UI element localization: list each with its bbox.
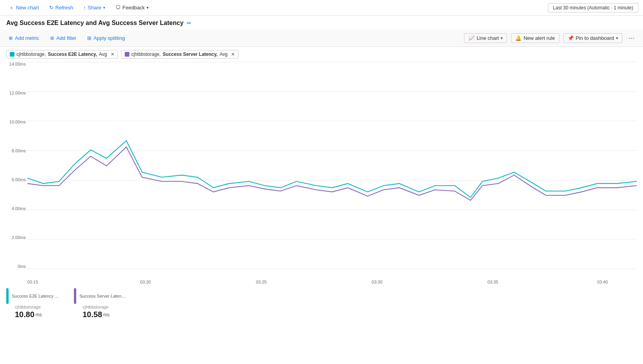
metrics-left: ⊕ Add metric ⊛ Add filter ⊞ Apply splitt… xyxy=(6,34,127,43)
legend-area: Success E2E Latency ... cjhtbbstorage 10… xyxy=(0,284,643,321)
new-chart-label: New chart xyxy=(16,5,39,11)
y-label: 14.00ms xyxy=(6,62,26,66)
tag-source: cjhtbbstorage, xyxy=(16,52,46,57)
chevron-down-icon: ▾ xyxy=(103,5,105,10)
metrics-toolbar: ⊕ Add metric ⊛ Add filter ⊞ Apply splitt… xyxy=(0,30,643,47)
metric-tag: cjhtbbstorage, Success E2E Latency, Avg … xyxy=(6,50,118,59)
add-filter-label: Add filter xyxy=(56,35,76,41)
y-label: 6.00ms xyxy=(6,177,26,182)
alert-icon: 🔔 xyxy=(515,35,521,41)
new-chart-button[interactable]: ＋ New chart xyxy=(5,2,43,13)
tag-metric-name: Success E2E Latency, xyxy=(48,52,97,57)
x-label: 03:20 xyxy=(140,280,151,284)
chevron-down-icon: ▾ xyxy=(147,5,149,10)
refresh-icon: ↻ xyxy=(49,5,54,11)
time-range-button[interactable]: Last 30 minutes (Automatic · 1 minute) xyxy=(548,3,638,12)
share-button[interactable]: ↑ Share ▾ xyxy=(79,3,109,12)
chevron-down-icon: ▾ xyxy=(616,36,618,40)
y-label: 12.00ms xyxy=(6,91,26,95)
line-chart-button[interactable]: 📈 Line chart ▾ xyxy=(464,33,507,43)
tag-suffix: Avg xyxy=(220,52,227,57)
tag-remove-button[interactable]: ✕ xyxy=(111,52,115,57)
pin-to-dashboard-label: Pin to dashboard xyxy=(576,35,614,41)
legend-value-row: 10.80 ms xyxy=(6,310,58,319)
legend-name: Success E2E Latency ... xyxy=(12,294,58,298)
legend-color-bar xyxy=(6,288,9,304)
x-label: 03:25 xyxy=(256,280,267,284)
legend-unit: ms xyxy=(103,312,109,318)
legend-item: Success E2E Latency ... cjhtbbstorage 10… xyxy=(6,288,58,319)
pin-to-dashboard-button[interactable]: 📌 Pin to dashboard ▾ xyxy=(563,33,622,43)
y-axis: 14.00ms 12.00ms 10.00ms 8.00ms 6.00ms 4.… xyxy=(6,62,26,269)
tag-remove-button[interactable]: ✕ xyxy=(231,52,235,57)
y-label: 10.00ms xyxy=(6,120,26,124)
legend-source: cjhtbbstorage xyxy=(82,305,108,309)
tag-color-indicator xyxy=(10,52,14,57)
new-alert-rule-label: New alert rule xyxy=(523,35,555,41)
legend-row: Success E2E Latency ... xyxy=(6,288,58,304)
add-metric-label: Add metric xyxy=(15,35,39,41)
y-label: 0ms xyxy=(6,264,26,269)
apply-splitting-button[interactable]: ⊞ Apply splitting xyxy=(85,34,127,43)
legend-source: cjhtbbstorage xyxy=(15,305,41,309)
pin-icon: 📌 xyxy=(568,35,574,41)
metric-tags-row: cjhtbbstorage, Success E2E Latency, Avg … xyxy=(0,47,643,62)
share-icon: ↑ xyxy=(83,5,86,11)
x-axis: 03:15 03:20 03:25 03:30 03:35 03:40 xyxy=(27,270,637,284)
more-options-button[interactable]: ··· xyxy=(626,32,637,44)
legend-row: Success Server Laten... xyxy=(74,288,125,304)
server-latency-line xyxy=(27,147,637,200)
legend-source-row: cjhtbbstorage xyxy=(6,305,58,309)
splitting-icon: ⊞ xyxy=(87,35,91,41)
tag-color-indicator xyxy=(125,52,129,57)
y-label: 2.00ms xyxy=(6,235,26,240)
feedback-label: Feedback xyxy=(122,5,145,11)
metrics-right: 📈 Line chart ▾ 🔔 New alert rule 📌 Pin to… xyxy=(464,32,637,44)
page-title: Avg Success E2E Latency and Avg Success … xyxy=(6,20,184,27)
legend-value: 10.80 xyxy=(15,310,34,319)
feedback-button[interactable]: 🗨 Feedback ▾ xyxy=(111,3,153,12)
filter-icon: ⊛ xyxy=(50,35,54,41)
chart-svg xyxy=(27,62,637,284)
time-range-label: Last 30 minutes (Automatic · 1 minute) xyxy=(553,5,633,11)
chevron-down-icon: ▾ xyxy=(501,36,503,40)
legend-unit: ms xyxy=(36,312,42,318)
tag-metric-name: Success Server Latency, xyxy=(163,52,218,57)
add-metric-icon: ⊕ xyxy=(9,35,13,41)
metric-tag: cjhtbbstorage, Success Server Latency, A… xyxy=(121,50,238,59)
legend-value: 10.58 xyxy=(82,310,102,319)
line-chart-label: Line chart xyxy=(476,35,499,41)
toolbar: ＋ New chart ↻ Refresh ↑ Share ▾ 🗨 Feedba… xyxy=(0,0,643,16)
x-label: 03:35 xyxy=(487,280,498,284)
x-label: 03:40 xyxy=(597,280,608,284)
plus-icon: ＋ xyxy=(9,4,14,11)
legend-source-row: cjhtbbstorage xyxy=(74,305,125,309)
e2e-latency-line xyxy=(27,141,637,197)
legend-item: Success Server Laten... cjhtbbstorage 10… xyxy=(74,288,125,319)
add-filter-button[interactable]: ⊛ Add filter xyxy=(48,34,79,43)
edit-title-icon[interactable]: ✏ xyxy=(187,20,192,26)
y-label: 8.00ms xyxy=(6,148,26,153)
refresh-label: Refresh xyxy=(56,5,73,11)
new-alert-rule-button[interactable]: 🔔 New alert rule xyxy=(511,33,559,43)
chart-inner: 03:15 03:20 03:25 03:30 03:35 03:40 xyxy=(27,62,637,284)
line-chart-icon: 📈 xyxy=(468,35,475,41)
refresh-button[interactable]: ↻ Refresh xyxy=(45,3,78,12)
y-label: 4.00ms xyxy=(6,206,26,211)
feedback-icon: 🗨 xyxy=(115,5,120,11)
x-label: 03:30 xyxy=(372,280,383,284)
apply-splitting-label: Apply splitting xyxy=(93,35,125,41)
legend-color-bar xyxy=(74,288,76,304)
more-options-icon: ··· xyxy=(629,34,634,42)
tag-suffix: Avg xyxy=(99,52,107,57)
legend-name: Success Server Laten... xyxy=(79,294,125,298)
share-label: Share xyxy=(88,5,102,11)
x-label: 03:15 xyxy=(27,280,38,284)
title-bar: Avg Success E2E Latency and Avg Success … xyxy=(0,16,643,30)
add-metric-button[interactable]: ⊕ Add metric xyxy=(6,34,41,43)
legend-value-row: 10.58 ms xyxy=(74,310,125,319)
chart-area: 14.00ms 12.00ms 10.00ms 8.00ms 6.00ms 4.… xyxy=(0,62,643,284)
tag-source: cjhtbbstorage, xyxy=(131,52,161,57)
